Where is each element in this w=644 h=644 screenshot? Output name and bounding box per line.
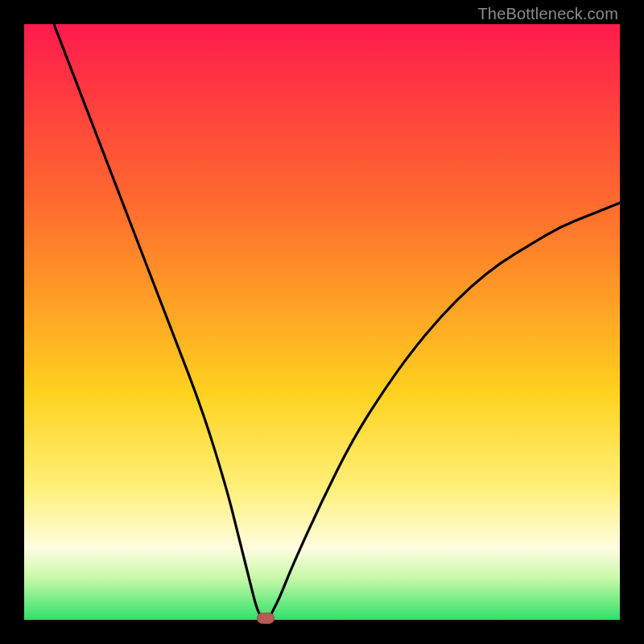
- chart-frame: TheBottleneck.com: [0, 0, 644, 644]
- bottleneck-curve: [24, 24, 620, 620]
- plot-area: [24, 24, 620, 620]
- curve-path: [54, 24, 620, 620]
- watermark-text: TheBottleneck.com: [477, 5, 618, 23]
- optimal-point-marker: [257, 613, 275, 624]
